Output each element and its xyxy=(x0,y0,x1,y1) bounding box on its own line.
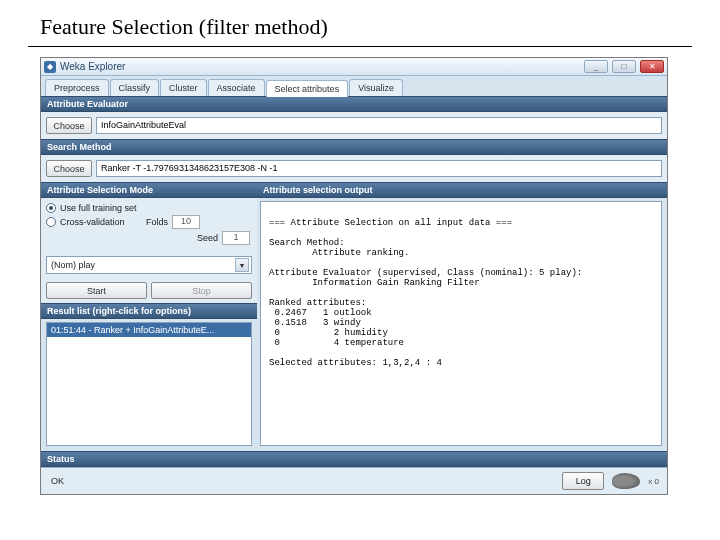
result-list[interactable]: 01:51:44 - Ranker + InfoGainAttributeE..… xyxy=(46,322,252,446)
radio-cross-validation[interactable]: Cross-validation Folds 10 xyxy=(46,214,252,230)
status-text: OK xyxy=(51,476,554,486)
slide-divider xyxy=(28,46,692,47)
output-header: Attribute selection output xyxy=(257,182,667,198)
search-choose-button[interactable]: Choose xyxy=(46,160,92,177)
slide-title: Feature Selection (filter method) xyxy=(0,0,720,46)
minimize-button[interactable]: _ xyxy=(584,60,608,73)
status-header: Status xyxy=(41,451,667,467)
weka-bird-icon xyxy=(612,473,640,489)
maximize-button[interactable]: □ xyxy=(612,60,636,73)
weka-app-icon: ◆ xyxy=(44,61,56,73)
search-method-field[interactable]: Ranker -T -1.7976931348623157E308 -N -1 xyxy=(96,160,662,177)
seed-input[interactable]: 1 xyxy=(222,231,250,245)
folds-input[interactable]: 10 xyxy=(172,215,200,229)
close-button[interactable]: ✕ xyxy=(640,60,664,73)
evaluator-field[interactable]: InfoGainAttributeEval xyxy=(96,117,662,134)
start-button[interactable]: Start xyxy=(46,282,147,299)
titlebar: ◆ Weka Explorer _ □ ✕ xyxy=(41,58,667,76)
weka-explorer-window: ◆ Weka Explorer _ □ ✕ Preprocess Classif… xyxy=(40,57,668,495)
selection-mode-header: Attribute Selection Mode xyxy=(41,182,257,198)
search-method-header: Search Method xyxy=(41,139,667,155)
class-attribute-value: (Nom) play xyxy=(51,260,95,270)
tab-select-attributes[interactable]: Select attributes xyxy=(266,80,349,97)
log-button[interactable]: Log xyxy=(562,472,604,490)
attribute-selection-output[interactable]: === Attribute Selection on all input dat… xyxy=(260,201,662,446)
tab-preprocess[interactable]: Preprocess xyxy=(45,79,109,96)
tab-associate[interactable]: Associate xyxy=(208,79,265,96)
window-title: Weka Explorer xyxy=(60,61,580,72)
result-list-item[interactable]: 01:51:44 - Ranker + InfoGainAttributeE..… xyxy=(47,323,251,337)
class-attribute-dropdown[interactable]: (Nom) play ▼ xyxy=(46,256,252,274)
status-count: x 0 xyxy=(648,477,659,486)
tab-classify[interactable]: Classify xyxy=(110,79,160,96)
tab-cluster[interactable]: Cluster xyxy=(160,79,207,96)
status-bar: OK Log x 0 xyxy=(41,467,667,494)
folds-label: Folds xyxy=(146,217,168,227)
attribute-evaluator-header: Attribute Evaluator xyxy=(41,96,667,112)
evaluator-choose-button[interactable]: Choose xyxy=(46,117,92,134)
radio-dot-icon xyxy=(46,203,56,213)
tabbar: Preprocess Classify Cluster Associate Se… xyxy=(41,76,667,96)
radio-dot-icon xyxy=(46,217,56,227)
seed-label: Seed xyxy=(197,233,218,243)
stop-button[interactable]: Stop xyxy=(151,282,252,299)
radio-label: Cross-validation xyxy=(60,217,142,227)
tab-visualize[interactable]: Visualize xyxy=(349,79,403,96)
radio-label: Use full training set xyxy=(60,203,137,213)
radio-full-training[interactable]: Use full training set xyxy=(46,202,252,214)
result-list-header: Result list (right-click for options) xyxy=(41,303,257,319)
chevron-down-icon: ▼ xyxy=(235,258,249,272)
